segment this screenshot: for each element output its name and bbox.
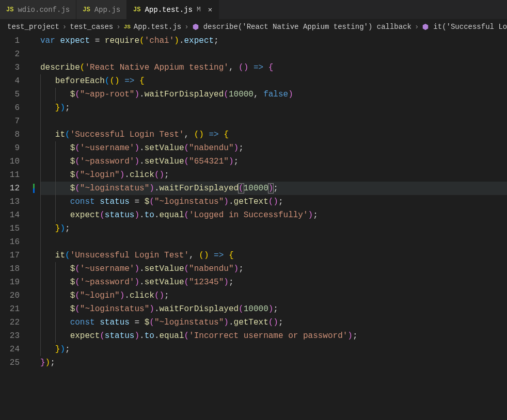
line-number: 25 bbox=[0, 356, 20, 369]
breadcrumb-item[interactable]: describe('React Native Appium testing') … bbox=[203, 20, 411, 34]
code-line[interactable]: $('~password').setValue("654321"); bbox=[40, 155, 507, 168]
code-line[interactable]: const status = $("~loginstatus").getText… bbox=[40, 316, 507, 329]
line-number: 5 bbox=[0, 88, 20, 101]
chevron-right-icon: › bbox=[116, 20, 120, 34]
breadcrumb: test_project › test_cases › JS App.test.… bbox=[0, 20, 507, 34]
breadcrumb-item[interactable]: App.test.js bbox=[134, 20, 181, 34]
line-number: 23 bbox=[0, 329, 20, 343]
line-number: 15 bbox=[0, 222, 20, 235]
line-number: 19 bbox=[0, 276, 20, 289]
code-line[interactable]: $("~app-root").waitForDisplayed(10000, f… bbox=[40, 88, 507, 101]
code-line[interactable]: var expect = require('chai').expect; bbox=[40, 34, 507, 47]
code-line[interactable] bbox=[40, 47, 507, 61]
tab-app-test-js[interactable]: JS App.test.js M ✕ bbox=[127, 0, 219, 19]
code-line[interactable]: $("~login").click(); bbox=[40, 168, 507, 182]
code-area[interactable]: var expect = require('chai').expect;desc… bbox=[31, 34, 507, 420]
code-line[interactable] bbox=[40, 235, 507, 249]
line-number: 7 bbox=[0, 115, 20, 128]
line-number: 10 bbox=[0, 155, 20, 168]
code-line[interactable]: const status = $("~loginstatus").getText… bbox=[40, 195, 507, 208]
line-number: 8 bbox=[0, 128, 20, 141]
code-line[interactable]: it('Successful Login Test', () => { bbox=[40, 128, 507, 141]
code-line[interactable]: $("~login").click(); bbox=[40, 289, 507, 302]
breadcrumb-item[interactable]: test_project bbox=[7, 20, 59, 34]
editor-tabs: JS wdio.conf.js JS App.js JS App.test.js… bbox=[0, 0, 507, 20]
code-line[interactable]: $("~loginstatus").waitForDisplayed(10000… bbox=[40, 302, 507, 316]
code-line[interactable]: }); bbox=[40, 222, 507, 235]
code-editor[interactable]: 1234567891011121314151617181920212223242… bbox=[0, 34, 507, 420]
tab-app-js[interactable]: JS App.js bbox=[76, 0, 127, 19]
js-icon: JS bbox=[83, 3, 90, 17]
tab-wdio-conf[interactable]: JS wdio.conf.js bbox=[0, 0, 76, 19]
line-number: 17 bbox=[0, 249, 20, 262]
code-line[interactable]: $("~loginstatus").waitForDisplayed(10000… bbox=[40, 182, 507, 195]
js-icon: JS bbox=[124, 20, 131, 34]
line-number: 20 bbox=[0, 289, 20, 302]
chevron-right-icon: › bbox=[415, 20, 419, 34]
chevron-right-icon: › bbox=[62, 20, 67, 34]
line-number: 2 bbox=[0, 47, 20, 61]
line-number: 13 bbox=[0, 195, 20, 208]
tab-label: App.js bbox=[94, 3, 120, 17]
line-number: 12 bbox=[0, 182, 20, 195]
code-line[interactable]: expect(status).to.equal('Logged in Succe… bbox=[40, 208, 507, 222]
code-line[interactable]: it('Unsucessful Login Test', () => { bbox=[40, 249, 507, 262]
tab-label: wdio.conf.js bbox=[18, 3, 70, 17]
code-line[interactable]: expect(status).to.equal('Incorrect usern… bbox=[40, 329, 507, 343]
code-line[interactable] bbox=[40, 115, 507, 128]
line-number: 1 bbox=[0, 34, 20, 47]
line-number: 9 bbox=[0, 141, 20, 155]
tab-label: App.test.js bbox=[145, 3, 192, 17]
js-icon: JS bbox=[133, 3, 140, 17]
line-number: 18 bbox=[0, 262, 20, 276]
breadcrumb-item[interactable]: test_cases bbox=[70, 20, 113, 34]
line-number: 21 bbox=[0, 302, 20, 316]
line-number: 3 bbox=[0, 61, 20, 74]
code-line[interactable]: $('~username').setValue("nabendu"); bbox=[40, 262, 507, 276]
breadcrumb-item[interactable]: it('Successful Lo bbox=[433, 20, 507, 34]
js-icon: JS bbox=[6, 3, 13, 17]
code-line[interactable]: }); bbox=[40, 101, 507, 115]
modified-indicator: M bbox=[197, 3, 201, 17]
line-number: 4 bbox=[0, 74, 20, 88]
code-line[interactable]: }); bbox=[40, 356, 507, 369]
code-line[interactable]: $('~username').setValue("nabendu"); bbox=[40, 141, 507, 155]
close-icon[interactable]: ✕ bbox=[208, 3, 212, 17]
method-icon bbox=[422, 23, 429, 30]
code-line[interactable]: describe('React Native Appium testing', … bbox=[40, 61, 507, 74]
line-number: 11 bbox=[0, 168, 20, 182]
line-number: 6 bbox=[0, 101, 20, 115]
line-number: 14 bbox=[0, 208, 20, 222]
code-line[interactable]: $('~password').setValue("12345"); bbox=[40, 276, 507, 289]
code-line[interactable]: }); bbox=[40, 343, 507, 356]
line-number-gutter: 1234567891011121314151617181920212223242… bbox=[0, 34, 31, 420]
code-line[interactable]: beforeEach(() => { bbox=[40, 74, 507, 88]
chevron-right-icon: › bbox=[184, 20, 188, 34]
line-number: 16 bbox=[0, 235, 20, 249]
line-number: 22 bbox=[0, 316, 20, 329]
method-icon bbox=[192, 23, 199, 30]
line-number: 24 bbox=[0, 343, 20, 356]
